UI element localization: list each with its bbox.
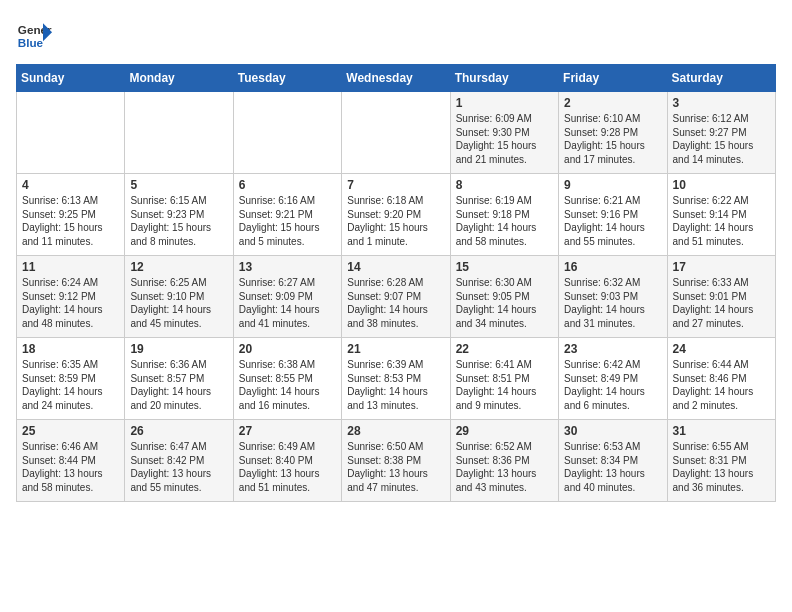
cell-info: Sunrise: 6:33 AM	[673, 276, 770, 290]
cell-info: Daylight: 13 hours and 55 minutes.	[130, 467, 227, 494]
cell-info: Daylight: 13 hours and 47 minutes.	[347, 467, 444, 494]
cell-info: Daylight: 13 hours and 36 minutes.	[673, 467, 770, 494]
cell-info: Sunset: 9:20 PM	[347, 208, 444, 222]
cell-info: Sunset: 8:34 PM	[564, 454, 661, 468]
cell-info: Sunrise: 6:47 AM	[130, 440, 227, 454]
cell-info: Sunrise: 6:22 AM	[673, 194, 770, 208]
day-of-week-header: Friday	[559, 65, 667, 92]
calendar-cell: 4Sunrise: 6:13 AMSunset: 9:25 PMDaylight…	[17, 174, 125, 256]
day-number: 16	[564, 260, 661, 274]
calendar-cell: 1Sunrise: 6:09 AMSunset: 9:30 PMDaylight…	[450, 92, 558, 174]
cell-info: Daylight: 13 hours and 58 minutes.	[22, 467, 119, 494]
calendar-cell	[342, 92, 450, 174]
day-number: 7	[347, 178, 444, 192]
cell-info: Sunset: 9:28 PM	[564, 126, 661, 140]
cell-info: Sunrise: 6:53 AM	[564, 440, 661, 454]
day-number: 27	[239, 424, 336, 438]
cell-info: Sunset: 8:46 PM	[673, 372, 770, 386]
day-number: 17	[673, 260, 770, 274]
calendar-cell: 6Sunrise: 6:16 AMSunset: 9:21 PMDaylight…	[233, 174, 341, 256]
calendar-table: SundayMondayTuesdayWednesdayThursdayFrid…	[16, 64, 776, 502]
day-number: 11	[22, 260, 119, 274]
cell-info: Sunrise: 6:19 AM	[456, 194, 553, 208]
cell-info: Sunset: 9:03 PM	[564, 290, 661, 304]
day-number: 1	[456, 96, 553, 110]
cell-info: Sunset: 9:05 PM	[456, 290, 553, 304]
cell-info: Sunrise: 6:27 AM	[239, 276, 336, 290]
day-number: 31	[673, 424, 770, 438]
cell-info: Sunrise: 6:46 AM	[22, 440, 119, 454]
cell-info: Sunrise: 6:24 AM	[22, 276, 119, 290]
cell-info: Sunset: 8:55 PM	[239, 372, 336, 386]
cell-info: Daylight: 15 hours and 11 minutes.	[22, 221, 119, 248]
calendar-cell: 21Sunrise: 6:39 AMSunset: 8:53 PMDayligh…	[342, 338, 450, 420]
cell-info: Sunrise: 6:16 AM	[239, 194, 336, 208]
cell-info: Sunrise: 6:44 AM	[673, 358, 770, 372]
cell-info: Daylight: 15 hours and 8 minutes.	[130, 221, 227, 248]
cell-info: Daylight: 14 hours and 34 minutes.	[456, 303, 553, 330]
cell-info: Sunset: 8:53 PM	[347, 372, 444, 386]
cell-info: Sunset: 9:09 PM	[239, 290, 336, 304]
cell-info: Sunset: 9:27 PM	[673, 126, 770, 140]
cell-info: Sunrise: 6:25 AM	[130, 276, 227, 290]
day-of-week-header: Tuesday	[233, 65, 341, 92]
cell-info: Daylight: 15 hours and 14 minutes.	[673, 139, 770, 166]
cell-info: Sunset: 8:59 PM	[22, 372, 119, 386]
day-number: 24	[673, 342, 770, 356]
day-number: 15	[456, 260, 553, 274]
day-number: 25	[22, 424, 119, 438]
cell-info: Daylight: 14 hours and 24 minutes.	[22, 385, 119, 412]
cell-info: Sunset: 9:14 PM	[673, 208, 770, 222]
calendar-cell: 11Sunrise: 6:24 AMSunset: 9:12 PMDayligh…	[17, 256, 125, 338]
cell-info: Sunrise: 6:10 AM	[564, 112, 661, 126]
cell-info: Sunset: 9:21 PM	[239, 208, 336, 222]
cell-info: Sunset: 9:30 PM	[456, 126, 553, 140]
calendar-cell: 12Sunrise: 6:25 AMSunset: 9:10 PMDayligh…	[125, 256, 233, 338]
cell-info: Sunrise: 6:30 AM	[456, 276, 553, 290]
calendar-cell: 24Sunrise: 6:44 AMSunset: 8:46 PMDayligh…	[667, 338, 775, 420]
cell-info: Sunrise: 6:36 AM	[130, 358, 227, 372]
day-number: 30	[564, 424, 661, 438]
day-number: 19	[130, 342, 227, 356]
calendar-cell: 23Sunrise: 6:42 AMSunset: 8:49 PMDayligh…	[559, 338, 667, 420]
cell-info: Sunrise: 6:50 AM	[347, 440, 444, 454]
calendar-cell: 17Sunrise: 6:33 AMSunset: 9:01 PMDayligh…	[667, 256, 775, 338]
cell-info: Sunset: 9:25 PM	[22, 208, 119, 222]
calendar-cell: 16Sunrise: 6:32 AMSunset: 9:03 PMDayligh…	[559, 256, 667, 338]
cell-info: Sunrise: 6:42 AM	[564, 358, 661, 372]
cell-info: Sunrise: 6:18 AM	[347, 194, 444, 208]
cell-info: Sunset: 9:16 PM	[564, 208, 661, 222]
cell-info: Sunrise: 6:55 AM	[673, 440, 770, 454]
day-number: 20	[239, 342, 336, 356]
day-number: 21	[347, 342, 444, 356]
calendar-cell	[125, 92, 233, 174]
cell-info: Sunset: 9:12 PM	[22, 290, 119, 304]
calendar-cell: 3Sunrise: 6:12 AMSunset: 9:27 PMDaylight…	[667, 92, 775, 174]
cell-info: Sunrise: 6:39 AM	[347, 358, 444, 372]
cell-info: Daylight: 15 hours and 17 minutes.	[564, 139, 661, 166]
day-number: 4	[22, 178, 119, 192]
calendar-cell: 10Sunrise: 6:22 AMSunset: 9:14 PMDayligh…	[667, 174, 775, 256]
cell-info: Sunset: 8:42 PM	[130, 454, 227, 468]
logo-icon: General Blue	[16, 16, 52, 52]
cell-info: Daylight: 13 hours and 51 minutes.	[239, 467, 336, 494]
cell-info: Daylight: 14 hours and 16 minutes.	[239, 385, 336, 412]
calendar-cell: 8Sunrise: 6:19 AMSunset: 9:18 PMDaylight…	[450, 174, 558, 256]
cell-info: Daylight: 15 hours and 1 minute.	[347, 221, 444, 248]
calendar-cell: 20Sunrise: 6:38 AMSunset: 8:55 PMDayligh…	[233, 338, 341, 420]
svg-text:Blue: Blue	[18, 36, 44, 49]
day-of-week-header: Monday	[125, 65, 233, 92]
calendar-cell: 25Sunrise: 6:46 AMSunset: 8:44 PMDayligh…	[17, 420, 125, 502]
cell-info: Daylight: 13 hours and 40 minutes.	[564, 467, 661, 494]
calendar-cell: 14Sunrise: 6:28 AMSunset: 9:07 PMDayligh…	[342, 256, 450, 338]
calendar-cell: 19Sunrise: 6:36 AMSunset: 8:57 PMDayligh…	[125, 338, 233, 420]
calendar-cell: 18Sunrise: 6:35 AMSunset: 8:59 PMDayligh…	[17, 338, 125, 420]
cell-info: Daylight: 14 hours and 27 minutes.	[673, 303, 770, 330]
calendar-cell: 7Sunrise: 6:18 AMSunset: 9:20 PMDaylight…	[342, 174, 450, 256]
logo: General Blue	[16, 16, 52, 52]
cell-info: Sunrise: 6:38 AM	[239, 358, 336, 372]
day-number: 18	[22, 342, 119, 356]
calendar-cell: 15Sunrise: 6:30 AMSunset: 9:05 PMDayligh…	[450, 256, 558, 338]
cell-info: Daylight: 14 hours and 38 minutes.	[347, 303, 444, 330]
day-number: 10	[673, 178, 770, 192]
